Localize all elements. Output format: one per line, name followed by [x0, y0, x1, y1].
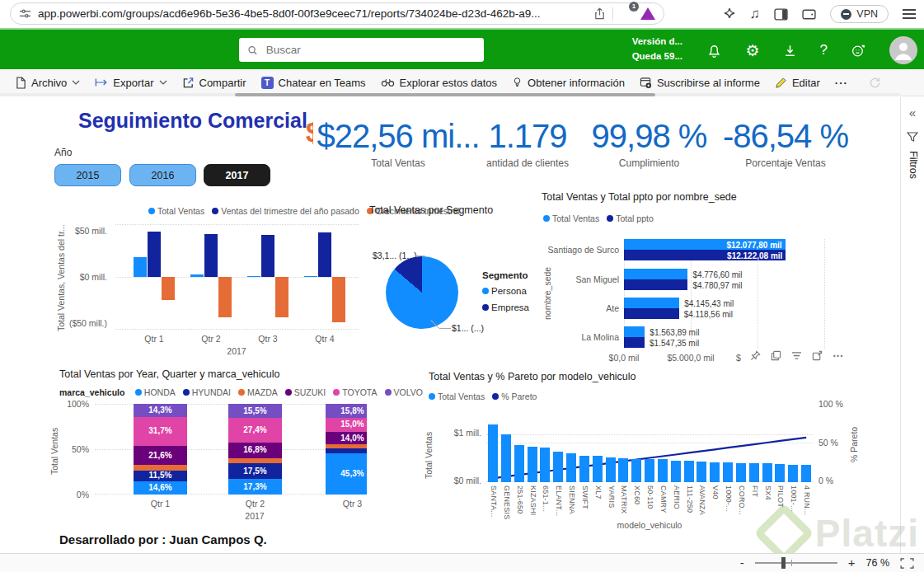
legend-item[interactable]: % Pareto — [492, 391, 537, 401]
share-icon[interactable] — [593, 7, 606, 20]
kpi-cumplimiento[interactable]: 99,98 % Cumplimiento — [585, 117, 713, 169]
bar[interactable] — [593, 456, 603, 482]
stack-segment[interactable]: 27,4% — [228, 418, 282, 443]
bar[interactable] — [624, 298, 679, 308]
stack-segment[interactable] — [326, 448, 367, 453]
bar[interactable] — [723, 462, 733, 482]
bar[interactable] — [736, 463, 746, 482]
bar[interactable] — [332, 277, 345, 322]
bar[interactable] — [162, 277, 175, 300]
stack-segment[interactable]: 21,6% — [134, 446, 187, 466]
chart-ventas-marca[interactable]: Total Ventas por Year, Quarter y marca_v… — [49, 365, 367, 530]
menu-item-explorar-datos[interactable]: Explorar estos datos — [373, 77, 505, 89]
user-avatar[interactable] — [889, 36, 917, 64]
bar[interactable] — [218, 277, 232, 317]
bar[interactable] — [204, 234, 218, 277]
stack-segment[interactable]: 16,8% — [228, 443, 282, 457]
wallet-icon[interactable] — [802, 8, 816, 21]
menu-item-exportar[interactable]: Exportar — [87, 77, 174, 89]
legend-item[interactable]: MAZDA — [238, 387, 278, 397]
legend-item[interactable]: Total Ventas — [543, 213, 599, 223]
stack-segment[interactable]: 14,6% — [134, 481, 187, 495]
zoom-level[interactable]: 76 % — [866, 557, 890, 569]
bar[interactable] — [788, 465, 798, 482]
kpi-total-ventas[interactable]: $22,56 mi... Total Ventas — [312, 117, 485, 169]
bar[interactable] — [684, 461, 694, 482]
filter-funnel-icon[interactable] — [907, 131, 918, 143]
pie-chart[interactable] — [386, 256, 458, 329]
stack-segment[interactable] — [326, 444, 367, 448]
legend-item[interactable]: HYUNDAI — [183, 387, 231, 397]
brave-rewards-icon[interactable] — [640, 7, 655, 20]
bar[interactable] — [618, 458, 628, 482]
year-button-2015[interactable]: 2015 — [54, 164, 121, 186]
stack-segment[interactable]: 31,7% — [134, 417, 187, 446]
legend-item[interactable]: VOLVO — [385, 387, 423, 397]
stack-segment[interactable] — [134, 465, 187, 471]
download-icon[interactable] — [783, 44, 797, 58]
sidebar-icon[interactable] — [774, 8, 788, 21]
legend-item[interactable]: Total Ventas — [429, 391, 485, 401]
stack-segment[interactable]: 45,3% — [326, 453, 367, 495]
site-settings-icon[interactable] — [19, 7, 31, 20]
media-playlist-icon[interactable]: ♫ — [750, 6, 761, 22]
canvas-hscrollbar-thumb[interactable] — [235, 93, 655, 96]
bar[interactable] — [624, 337, 645, 348]
legend-item[interactable]: Total ppto — [607, 213, 654, 223]
menu-item-suscribirse[interactable]: Suscribirse al informe — [632, 77, 767, 89]
bar[interactable] — [710, 462, 720, 482]
expand-panel-icon[interactable]: « — [901, 105, 924, 120]
bar[interactable] — [540, 448, 550, 482]
menu-item-editar[interactable]: Editar — [767, 77, 828, 89]
legend-item[interactable]: Total Ventas — [148, 206, 204, 216]
notifications-bell-icon[interactable] — [706, 43, 722, 59]
chart-pareto-modelo[interactable]: Total Ventas y % Pareto por modelo_vehic… — [419, 365, 861, 553]
bar[interactable] — [553, 452, 563, 482]
bar[interactable] — [762, 463, 772, 482]
zoom-slider[interactable] — [755, 562, 837, 564]
bar[interactable] — [749, 463, 759, 482]
year-button-2016[interactable]: 2016 — [129, 164, 196, 186]
menu-item-compartir[interactable]: Compartir — [175, 77, 254, 89]
chart-ventas-ppto-sede[interactable]: Total Ventas y Total ppto por nombre_sed… — [536, 188, 898, 376]
bar[interactable] — [624, 269, 687, 279]
stack-segment[interactable]: 17,3% — [228, 479, 282, 495]
year-button-2017-selected[interactable]: 2017 — [204, 164, 270, 186]
bar[interactable] — [501, 434, 511, 482]
stack-segment[interactable]: 15,5% — [228, 404, 282, 418]
zoom-slider-thumb[interactable] — [781, 557, 786, 569]
stack-segment[interactable]: 11,5% — [134, 471, 187, 481]
menu-item-obtener-informacion[interactable]: Obtener información — [504, 76, 632, 89]
bar[interactable] — [645, 459, 654, 482]
search-box[interactable] — [239, 38, 484, 62]
legend-item[interactable]: HONDA — [135, 387, 176, 397]
filter-icon[interactable] — [791, 351, 802, 360]
stack-segment[interactable]: 14,0% — [326, 432, 367, 444]
bar[interactable] — [514, 445, 524, 482]
bar[interactable] — [624, 279, 687, 290]
stack-segment[interactable]: 17,5% — [228, 463, 282, 479]
kpi-porcentaje-ventas[interactable]: -86,54 % Porcentaje Ventas — [719, 117, 852, 169]
brave-shield-icon[interactable]: 1 — [620, 6, 634, 21]
bar[interactable] — [275, 277, 288, 317]
legend-item-persona[interactable]: Persona — [482, 286, 527, 296]
chart-ventas-trimestre[interactable]: Total VentasVentas del trimestre del año… — [16, 198, 363, 359]
stack-segment[interactable]: 14,3% — [134, 404, 187, 417]
bar[interactable] — [148, 232, 161, 277]
address-bar[interactable]: app.powerbi.com/groups/acd6e96b-5e36-4be… — [10, 2, 664, 25]
help-icon[interactable]: ? — [820, 42, 828, 59]
bar[interactable] — [304, 276, 317, 277]
menu-item-more-options[interactable]: ··· — [828, 77, 856, 89]
filters-panel-title[interactable]: Filtros — [908, 151, 919, 179]
bar[interactable] — [528, 447, 537, 482]
legend-item[interactable]: SUZUKI — [285, 387, 326, 397]
chart-ventas-segmento[interactable]: Total Ventas por Segmento $3,1... (1...)… — [367, 198, 540, 350]
search-input[interactable] — [265, 43, 476, 57]
stack-segment[interactable] — [228, 458, 282, 463]
bar[interactable] — [488, 424, 498, 482]
bar[interactable] — [566, 453, 576, 482]
bar[interactable] — [261, 235, 274, 277]
legend-item-empresa[interactable]: Empresa — [482, 302, 529, 312]
bar[interactable] — [801, 465, 811, 482]
bar[interactable] — [624, 326, 645, 337]
